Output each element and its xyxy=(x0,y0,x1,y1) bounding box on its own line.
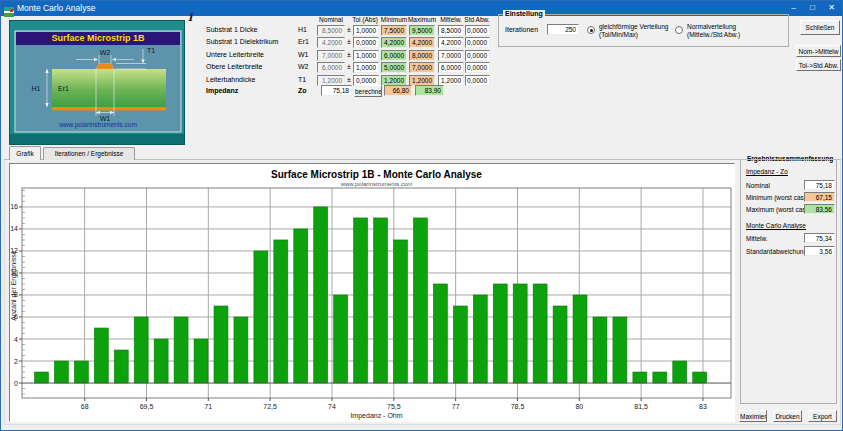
param-T1-maximum: 1,2000 xyxy=(409,75,435,86)
svg-text:4: 4 xyxy=(14,336,18,343)
diagram-title-band: Surface Microstrip 1B xyxy=(16,32,180,45)
param-symbol-H1: H1 xyxy=(298,26,316,33)
param-Er1-nominal: 4,2000 xyxy=(317,37,345,48)
param-symbol-W1: W1 xyxy=(298,51,316,58)
impedance-label: Impedanz xyxy=(206,87,238,94)
histogram-bar xyxy=(433,284,447,383)
histogram-bar xyxy=(593,317,607,383)
histogram-bar xyxy=(314,207,328,383)
results-minimum-label: Minimum (worst case) xyxy=(746,194,810,201)
histogram-bar xyxy=(74,361,88,383)
normal-distribution-radio[interactable] xyxy=(675,26,683,34)
histogram-svg: 02468101214166869,57172,57475,57778,5808… xyxy=(10,164,734,421)
param-W2-std[interactable]: 0,0000 xyxy=(465,62,490,73)
svg-text:0: 0 xyxy=(14,380,18,387)
svg-text:69,5: 69,5 xyxy=(140,403,154,410)
histogram-bar xyxy=(513,284,527,383)
export-button[interactable]: Export xyxy=(808,410,837,422)
impedance-symbol: Zo xyxy=(298,87,307,94)
microstrip-diagram-panel: W2 T1 H1 Er1 W1 Surface Microstrip 1B ww… xyxy=(9,20,185,145)
histogram-bar xyxy=(154,339,168,383)
tol-to-std-button[interactable]: Tol->Std Abw. xyxy=(796,59,841,71)
param-W2-nominal: 6,0000 xyxy=(317,62,345,73)
window-title: Monte Carlo Analyse xyxy=(17,3,95,13)
param-W1-std[interactable]: 0,0000 xyxy=(465,50,490,61)
param-Er1-std[interactable]: 0,0000 xyxy=(465,37,490,48)
normal-distribution-label[interactable]: Normalverteilung (Mittelw./Std Abw.) xyxy=(687,23,740,38)
impedance-max-field: 83,90 xyxy=(415,85,444,96)
results-std-label: Standardabweichung xyxy=(746,248,807,255)
svg-text:16: 16 xyxy=(10,203,18,210)
param-H1-mean[interactable]: 8,5000 xyxy=(438,25,464,36)
tab-grafik[interactable]: Grafik xyxy=(9,146,41,160)
param-H1-std[interactable]: 0,0000 xyxy=(465,25,490,36)
uniform-distribution-label[interactable]: gleichförmige Verteilung (Tol/Min/Max) xyxy=(599,23,668,38)
settings-groupbox: Einstellung Iterationen 250 gleichförmig… xyxy=(498,14,789,47)
print-button[interactable]: Drucken xyxy=(773,410,802,422)
tab-iterationen-ergebnisse[interactable]: Iterationen / Ergebnisse xyxy=(43,147,135,160)
param-T1-std[interactable]: 0,0000 xyxy=(465,75,490,86)
histogram-bar xyxy=(334,295,348,383)
param-T1-tolerance[interactable]: 0,0000 xyxy=(353,75,379,86)
iterations-input[interactable]: 250 xyxy=(547,24,579,35)
close-button[interactable]: Schließen xyxy=(800,20,840,35)
param-Er1-mean[interactable]: 4,2000 xyxy=(438,37,464,48)
results-groupbox: Ergebniszusammenfassung Impedanz - Zo No… xyxy=(740,159,837,404)
results-nominal-label: Nominal xyxy=(746,182,770,189)
histogram-bar xyxy=(374,218,388,383)
window-controls: – □ ✕ xyxy=(784,1,841,16)
svg-text:77: 77 xyxy=(452,403,460,410)
param-label-Er1: Substrat 1 Dielektrikum xyxy=(206,38,296,45)
param-H1-tolerance[interactable]: 1,0000 xyxy=(353,25,379,36)
svg-text:2: 2 xyxy=(14,358,18,365)
param-label-W1: Untere Leiterbreite xyxy=(206,51,296,58)
histogram-bar xyxy=(613,317,627,383)
param-H1-maximum: 9,5000 xyxy=(409,25,435,36)
histogram-bar xyxy=(214,306,228,383)
calculate-button[interactable]: berechne xyxy=(354,85,382,97)
svg-text:14: 14 xyxy=(10,225,18,232)
histogram-bar xyxy=(493,284,507,383)
histogram-bar xyxy=(94,328,108,383)
param-H1-nominal: 8,5000 xyxy=(317,25,345,36)
settings-title: Einstellung xyxy=(503,10,545,17)
param-W1-minimum: 6,0000 xyxy=(381,50,407,61)
close-window-button[interactable]: ✕ xyxy=(822,1,841,16)
histogram-bar xyxy=(54,361,68,383)
param-label-W2: Obere Leiterbreite xyxy=(206,63,296,70)
histogram-bar xyxy=(473,295,487,383)
histogram-bar xyxy=(174,317,188,383)
histogram-bar xyxy=(114,350,128,383)
param-Er1-tolerance[interactable]: 0,0000 xyxy=(353,37,379,48)
nom-to-mean-button[interactable]: Nom->Mittelw xyxy=(796,45,841,57)
chart-ylabel: Anzahl der Ergebnisse xyxy=(10,250,18,321)
param-W2-tolerance[interactable]: 1,0000 xyxy=(353,62,379,73)
app-window: Monte Carlo Analyse – □ ✕ xyxy=(0,0,843,431)
maximize-chart-button[interactable]: Maximiere xyxy=(739,410,767,422)
histogram-bar xyxy=(194,339,208,383)
param-W2-mean[interactable]: 6,0000 xyxy=(438,62,464,73)
results-mean-field: 75,34 xyxy=(804,233,835,243)
svg-text:81,5: 81,5 xyxy=(634,403,648,410)
iterations-label: Iterationen xyxy=(505,26,538,33)
svg-text:74: 74 xyxy=(328,403,336,410)
uniform-distribution-radio[interactable] xyxy=(587,26,595,34)
svg-text:75,5: 75,5 xyxy=(387,403,401,410)
maximize-button[interactable]: □ xyxy=(803,1,822,16)
svg-text:80: 80 xyxy=(575,403,583,410)
param-symbol-T1: T1 xyxy=(298,76,316,83)
results-maximum-label: Maximum (worst case) xyxy=(746,206,811,213)
info-icon[interactable]: i xyxy=(188,11,192,24)
histogram-bar xyxy=(653,372,667,383)
param-W2-maximum: 7,0000 xyxy=(409,62,435,73)
histogram-bar xyxy=(533,284,547,383)
param-header-5: Std Abw. xyxy=(452,16,502,23)
param-W1-tolerance[interactable]: 1,0000 xyxy=(353,50,379,61)
histogram-bar xyxy=(673,361,687,383)
param-W1-mean[interactable]: 7,0000 xyxy=(438,50,464,61)
param-symbol-W2: W2 xyxy=(298,63,316,70)
diagram-label-w2: W2 xyxy=(100,49,111,56)
svg-text:71: 71 xyxy=(204,403,212,410)
param-T1-mean[interactable]: 1,2000 xyxy=(438,75,464,86)
results-std-field: 3,56 xyxy=(804,246,835,256)
